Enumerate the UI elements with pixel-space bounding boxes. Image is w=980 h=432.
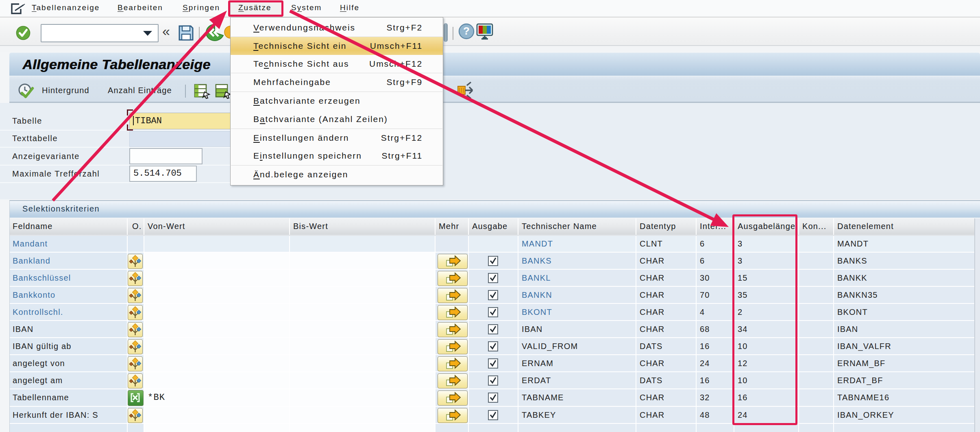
svg-text:?: ? xyxy=(463,25,470,37)
